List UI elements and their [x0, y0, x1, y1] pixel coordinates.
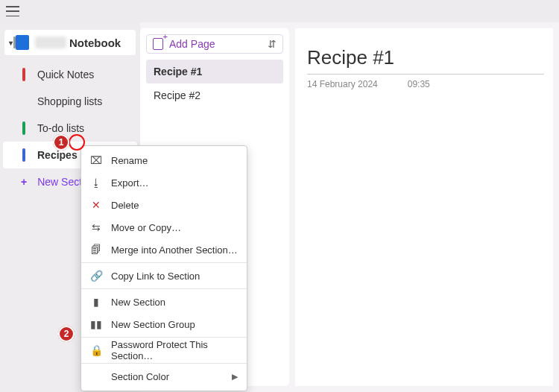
annotation-badge-2: 2: [58, 326, 75, 342]
pages-toolbar: Add Page ⇵: [146, 34, 283, 54]
page-date: 14 February 2024: [307, 79, 378, 89]
ctx-label: New Section Group: [111, 319, 195, 330]
menu-separator: [81, 363, 247, 364]
link-icon: 🔗: [90, 270, 102, 282]
export-icon: ⭳: [90, 177, 102, 189]
section-shopping-lists[interactable]: Shopping lists: [0, 88, 140, 115]
rename-icon: ⌧: [90, 154, 102, 166]
hamburger-icon[interactable]: [6, 6, 19, 16]
section-quick-notes[interactable]: Quick Notes: [0, 61, 140, 88]
menu-separator: [81, 288, 247, 289]
ctx-rename[interactable]: ⌧ Rename: [81, 149, 247, 171]
ctx-label: Password Protect This Section…: [111, 339, 238, 361]
notebook-icon: [16, 35, 29, 50]
section-icon: ▮: [90, 296, 102, 308]
ctx-label: Rename: [111, 155, 148, 166]
lock-icon: 🔒: [90, 344, 102, 356]
page-heading[interactable]: Recipe #1: [307, 46, 544, 69]
page-meta: 14 February 2024 09:35: [307, 79, 544, 89]
section-label: To-do lists: [37, 122, 84, 134]
add-page-button[interactable]: Add Page: [153, 38, 215, 50]
page-item-recipe-2[interactable]: Recipe #2: [146, 83, 283, 107]
ctx-section-color[interactable]: Section Color ▶: [81, 365, 247, 388]
ctx-export[interactable]: ⭳ Export…: [81, 171, 247, 194]
delete-icon: ✕: [90, 199, 102, 211]
ctx-new-section[interactable]: ▮ New Section: [81, 291, 247, 313]
section-color-tab: [22, 148, 25, 162]
separator: [307, 74, 544, 75]
menu-separator: [81, 262, 247, 263]
ctx-label: New Section: [111, 297, 165, 308]
section-color-tab: [22, 68, 25, 81]
title-bar: [0, 0, 559, 22]
ctx-label: Move or Copy…: [111, 222, 181, 233]
move-icon: ⇆: [90, 221, 102, 233]
notebook-header[interactable]: ▾ Notebook: [4, 30, 136, 55]
section-label: Recipes: [37, 149, 78, 161]
ctx-copy-link[interactable]: 🔗 Copy Link to Section: [81, 265, 247, 287]
add-page-label: Add Page: [169, 38, 215, 50]
notebook-title-suffix: Notebook: [69, 37, 121, 49]
chevron-down-icon: ▾: [9, 39, 13, 47]
page-item-recipe-1[interactable]: Recipe #1: [146, 60, 283, 83]
context-menu: ⌧ Rename ⭳ Export… ✕ Delete ⇆ Move or Co…: [80, 145, 247, 391]
section-label: Shopping lists: [37, 95, 102, 107]
ctx-label: Copy Link to Section: [111, 271, 200, 282]
page-content: Recipe #1 14 February 2024 09:35: [295, 28, 553, 386]
annotation-badge-1: 1: [53, 134, 69, 151]
annotation-ring-1: [69, 134, 85, 151]
ctx-label: Export…: [111, 177, 149, 189]
ctx-label: Section Color: [111, 371, 169, 382]
chevron-right-icon: ▶: [232, 372, 238, 382]
ctx-merge[interactable]: 🗐 Merge into Another Section…: [81, 238, 247, 261]
add-page-icon: [153, 38, 163, 50]
page-time: 09:35: [408, 79, 430, 89]
plus-icon: +: [21, 176, 27, 188]
page-title: Recipe #2: [154, 89, 200, 101]
section-color-tab: [22, 121, 25, 135]
section-label: Quick Notes: [37, 69, 94, 80]
page-title: Recipe #1: [154, 66, 202, 78]
ctx-move-copy[interactable]: ⇆ Move or Copy…: [81, 216, 247, 238]
ctx-label: Merge into Another Section…: [111, 244, 238, 256]
section-color-tab: [22, 95, 25, 108]
ctx-new-section-group[interactable]: ▮▮ New Section Group: [81, 313, 247, 335]
ctx-label: Delete: [111, 200, 139, 211]
sort-icon[interactable]: ⇵: [268, 38, 277, 50]
section-group-icon: ▮▮: [90, 318, 102, 330]
ctx-delete[interactable]: ✕ Delete: [81, 194, 247, 216]
notebook-name-redacted: [35, 37, 66, 48]
menu-separator: [81, 337, 247, 338]
merge-icon: 🗐: [90, 244, 102, 256]
ctx-password-protect[interactable]: 🔒 Password Protect This Section…: [81, 339, 247, 361]
